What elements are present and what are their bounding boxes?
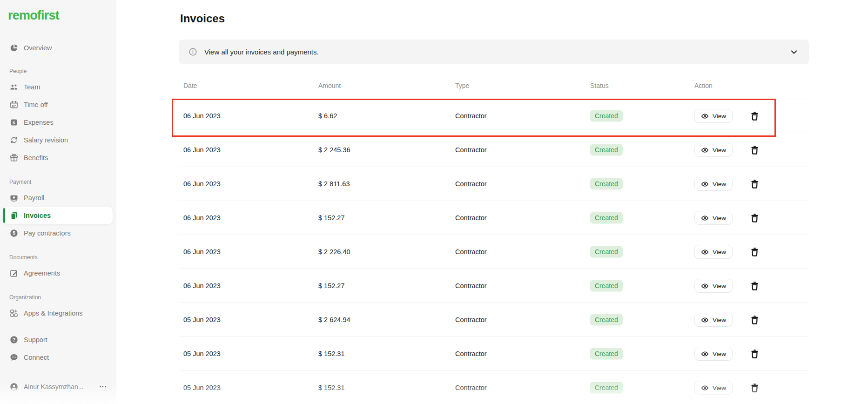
cell-status: Created: [590, 382, 623, 394]
view-button-label: View: [713, 384, 726, 391]
table-row: 06 Jun 2023 $ 6.62 Contractor Created Vi…: [179, 99, 809, 133]
info-banner-text: View all your invoices and payments.: [204, 48, 319, 56]
cell-type: Contractor: [455, 112, 487, 120]
info-banner[interactable]: View all your invoices and payments.: [179, 40, 809, 64]
cell-amount: $ 152.31: [318, 384, 344, 391]
delete-button[interactable]: [750, 281, 760, 291]
cell-amount: $ 152.27: [318, 282, 344, 290]
cell-status: Created: [590, 110, 623, 122]
delete-button[interactable]: [750, 247, 760, 257]
view-button[interactable]: View: [694, 381, 733, 395]
table-row: 05 Jun 2023 $ 152.31 Contractor Created …: [179, 370, 809, 404]
cell-status: Created: [590, 178, 623, 190]
sidebar-item-label: Invoices: [24, 212, 51, 219]
app-root: remofirst Overview People Team Time off: [0, 0, 868, 404]
column-header-type: Type: [455, 82, 469, 89]
main-content: Invoices View all your invoices and paym…: [116, 0, 868, 404]
view-button[interactable]: View: [694, 347, 733, 361]
cell-action: View: [694, 279, 760, 293]
sidebar-item-apps-integrations[interactable]: Apps & Integrations: [4, 304, 113, 322]
user-menu[interactable]: Ainur Kassymzhan...: [4, 378, 113, 396]
cell-amount: $ 152.27: [318, 214, 344, 222]
cell-status: Created: [590, 212, 623, 224]
sidebar-item-connect[interactable]: Connect: [4, 349, 113, 366]
sidebar-item-expenses[interactable]: $ Expenses: [4, 114, 113, 131]
svg-text:$: $: [13, 230, 15, 236]
chat-bubble-icon: [9, 353, 19, 362]
sidebar-item-salary-revision[interactable]: Salary revision: [4, 131, 113, 149]
eye-icon: [701, 214, 709, 222]
cell-amount: $ 6.62: [318, 112, 337, 120]
cell-status: Created: [590, 280, 623, 292]
eye-icon: [701, 350, 709, 358]
view-button[interactable]: View: [694, 177, 733, 191]
chevron-down-icon[interactable]: [789, 47, 799, 57]
trash-icon: [750, 145, 760, 155]
delete-button[interactable]: [750, 145, 760, 155]
cell-type: Contractor: [455, 146, 487, 154]
sidebar-item-pay-contractors[interactable]: $ Pay contractors: [4, 224, 113, 242]
sidebar-item-support[interactable]: ? Support: [4, 331, 113, 349]
pie-chart-icon: [9, 43, 19, 53]
delete-button[interactable]: [750, 213, 760, 223]
cell-amount: $ 2 226.40: [318, 248, 350, 256]
view-button[interactable]: View: [694, 245, 733, 259]
trash-icon: [750, 349, 760, 359]
cell-date: 06 Jun 2023: [183, 248, 221, 256]
cell-status: Created: [590, 246, 623, 258]
view-button[interactable]: View: [694, 211, 733, 225]
expenses-icon: $: [9, 118, 19, 127]
sidebar-item-team[interactable]: Team: [4, 78, 113, 96]
view-button-label: View: [713, 113, 726, 120]
view-button[interactable]: View: [694, 143, 733, 157]
dollar-circle-icon: $: [9, 229, 19, 238]
table-body: 06 Jun 2023 $ 6.62 Contractor Created Vi…: [179, 99, 809, 404]
cell-date: 06 Jun 2023: [183, 146, 221, 154]
calendar-icon: [9, 100, 19, 109]
sidebar-item-invoices[interactable]: Invoices: [4, 207, 113, 224]
cell-date: 06 Jun 2023: [183, 282, 221, 290]
user-name: Ainur Kassymzhan...: [24, 383, 83, 391]
column-header-action: Action: [694, 82, 713, 89]
trash-icon: [750, 315, 760, 325]
status-badge: Created: [590, 348, 623, 360]
sidebar-item-agreements[interactable]: Agreements: [4, 264, 113, 282]
view-button-label: View: [713, 316, 726, 323]
question-circle-icon: ?: [9, 335, 19, 344]
cell-type: Contractor: [455, 384, 487, 391]
sidebar-item-label: Support: [24, 336, 47, 343]
view-button[interactable]: View: [694, 109, 733, 123]
banknote-icon: [9, 193, 19, 202]
column-header-amount: Amount: [318, 82, 341, 89]
view-button[interactable]: View: [694, 279, 733, 293]
view-button-label: View: [713, 350, 726, 357]
cell-amount: $ 2 811.63: [318, 180, 350, 188]
status-badge: Created: [590, 280, 623, 292]
sidebar-item-time-off[interactable]: Time off: [4, 96, 113, 114]
eye-icon: [701, 316, 709, 324]
eye-icon: [701, 282, 709, 290]
status-badge: Created: [590, 212, 623, 224]
ellipsis-menu-icon[interactable]: [99, 383, 107, 391]
eye-icon: [701, 146, 709, 154]
sidebar-item-overview[interactable]: Overview: [4, 39, 113, 57]
user-avatar-icon: [9, 382, 19, 391]
table-row: 06 Jun 2023 $ 2 226.40 Contractor Create…: [179, 235, 809, 269]
team-icon: [9, 82, 19, 92]
delete-button[interactable]: [750, 349, 760, 359]
delete-button[interactable]: [750, 179, 760, 189]
table-row: 06 Jun 2023 $ 152.27 Contractor Created …: [179, 269, 809, 303]
sidebar-item-payroll[interactable]: Payroll: [4, 189, 113, 207]
cell-action: View: [694, 381, 760, 395]
eye-icon: [701, 248, 709, 256]
delete-button[interactable]: [750, 383, 760, 393]
cell-action: View: [694, 211, 760, 225]
cell-action: View: [694, 177, 760, 191]
delete-button[interactable]: [750, 111, 760, 121]
sidebar-item-label: Time off: [24, 101, 48, 108]
brand-logo[interactable]: remofirst: [8, 8, 59, 23]
sidebar-item-benefits[interactable]: Benefits: [4, 149, 113, 167]
delete-button[interactable]: [750, 315, 760, 325]
trash-icon: [750, 179, 760, 189]
view-button[interactable]: View: [694, 313, 733, 327]
